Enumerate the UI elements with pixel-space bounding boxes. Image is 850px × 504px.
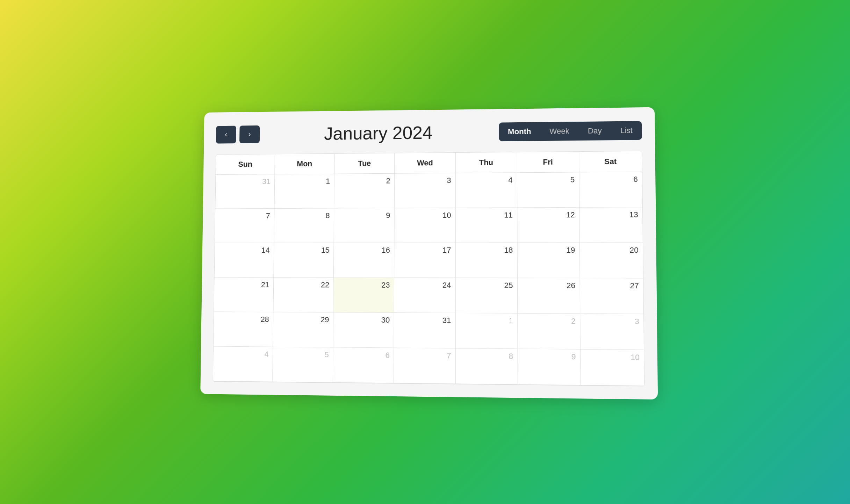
calendar-cell[interactable]: 3	[395, 173, 455, 208]
date-number: 18	[459, 245, 513, 254]
calendar-cell[interactable]: 24	[394, 278, 456, 313]
nav-buttons: ‹ ›	[216, 125, 260, 143]
date-number: 4	[459, 175, 513, 185]
date-number: 8	[459, 351, 513, 361]
date-number: 3	[397, 176, 451, 185]
date-number: 11	[459, 210, 513, 219]
date-number: 24	[397, 280, 451, 290]
calendar-cell[interactable]: 31	[215, 174, 275, 209]
calendar-cell[interactable]: 1	[275, 174, 335, 208]
calendar-cell[interactable]: 23	[333, 278, 394, 313]
view-btn-day[interactable]: Day	[578, 121, 611, 141]
date-number: 2	[520, 316, 576, 325]
calendar-cell[interactable]: 7	[215, 208, 275, 243]
date-number: 28	[217, 315, 269, 324]
date-number: 10	[583, 352, 640, 362]
date-number: 7	[218, 211, 270, 220]
date-number: 26	[520, 281, 576, 290]
date-number: 3	[583, 316, 639, 326]
calendar-cell[interactable]: 21	[214, 277, 274, 312]
calendar-cell[interactable]: 9	[334, 208, 395, 243]
calendar-cell[interactable]: 31	[394, 313, 456, 348]
date-number: 13	[582, 210, 638, 219]
calendar-cell[interactable]: 14	[215, 243, 274, 278]
day-headers: SunMonTueWedThuFriSat	[216, 151, 642, 174]
calendar-cell[interactable]: 12	[517, 207, 580, 243]
date-number: 31	[397, 316, 451, 325]
date-number: 15	[277, 246, 330, 255]
calendar-cell[interactable]: 2	[518, 313, 581, 349]
date-number: 9	[520, 352, 576, 361]
date-number: 25	[459, 281, 513, 290]
month-title: January 2024	[260, 121, 499, 144]
date-number: 16	[337, 246, 390, 255]
next-button[interactable]: ›	[239, 125, 260, 143]
calendar-cell[interactable]: 11	[456, 208, 518, 243]
date-number: 21	[217, 280, 269, 289]
day-header-wed: Wed	[395, 153, 456, 173]
calendar-cell[interactable]: 13	[579, 207, 643, 243]
calendar-cell[interactable]: 9	[518, 349, 581, 385]
date-number: 14	[217, 246, 270, 255]
calendar-cell[interactable]: 16	[334, 243, 395, 278]
date-number: 4	[216, 349, 268, 359]
view-btn-month[interactable]: Month	[499, 122, 540, 141]
calendar-cell[interactable]: 30	[333, 312, 394, 348]
date-number: 5	[520, 175, 575, 185]
calendar-cell[interactable]: 4	[456, 173, 517, 208]
date-number: 23	[337, 280, 390, 289]
calendar-cell[interactable]: 18	[456, 243, 518, 278]
calendar-cell[interactable]: 3	[580, 314, 644, 350]
date-number: 9	[337, 211, 390, 220]
calendar-cell[interactable]: 27	[580, 278, 643, 314]
date-number: 31	[218, 177, 271, 186]
calendar-cell[interactable]: 25	[456, 278, 518, 314]
date-number: 1	[278, 177, 330, 186]
calendar-cell[interactable]: 1	[456, 313, 518, 348]
calendar-cell[interactable]: 26	[518, 278, 580, 314]
calendar-cell[interactable]: 10	[395, 208, 456, 243]
date-number: 6	[582, 175, 638, 184]
date-number: 27	[583, 281, 639, 290]
day-header-mon: Mon	[275, 153, 335, 174]
day-header-sun: Sun	[216, 154, 275, 174]
prev-button[interactable]: ‹	[216, 125, 236, 143]
calendar-cell[interactable]: 4	[213, 346, 273, 382]
view-btn-week[interactable]: Week	[540, 122, 579, 141]
calendar-grid: SunMonTueWedThuFriSat 311234567891011121…	[213, 151, 645, 386]
calendar-cell[interactable]: 29	[273, 312, 333, 347]
date-number: 12	[520, 210, 575, 219]
day-header-thu: Thu	[456, 152, 517, 173]
calendar-cell[interactable]: 2	[334, 173, 395, 208]
calendar-cell[interactable]: 6	[579, 172, 642, 208]
date-number: 10	[397, 211, 451, 220]
date-number: 22	[276, 280, 329, 289]
calendar-cell[interactable]: 22	[273, 278, 334, 312]
date-number: 30	[336, 315, 390, 325]
calendar-cell[interactable]: 15	[274, 243, 334, 278]
day-header-fri: Fri	[517, 152, 579, 172]
calendar-cell[interactable]: 28	[214, 312, 274, 347]
day-header-sat: Sat	[579, 151, 642, 172]
calendar-cell[interactable]: 6	[333, 347, 394, 383]
calendar-container: ‹ › January 2024 MonthWeekDayList SunMon…	[200, 107, 658, 399]
date-number: 7	[397, 351, 451, 360]
calendar-cell[interactable]: 20	[580, 243, 643, 278]
calendar-cell[interactable]: 8	[456, 348, 518, 384]
calendar-cell[interactable]: 5	[273, 347, 333, 382]
calendar-cell[interactable]: 5	[517, 172, 579, 208]
calendar-cell[interactable]: 17	[395, 243, 456, 278]
calendar-cell[interactable]: 7	[394, 348, 455, 384]
view-buttons: MonthWeekDayList	[499, 121, 642, 141]
date-number: 29	[276, 315, 329, 324]
calendar-cell[interactable]: 8	[274, 208, 334, 243]
calendar-cell[interactable]: 10	[581, 349, 644, 386]
date-number: 6	[336, 350, 389, 360]
calendar-cell[interactable]: 19	[517, 243, 580, 278]
view-btn-list[interactable]: List	[611, 121, 642, 140]
date-number: 1	[459, 316, 513, 325]
date-number: 19	[520, 245, 575, 254]
date-number: 17	[397, 245, 451, 254]
date-number: 8	[277, 211, 330, 220]
calendar-body: 3112345678910111213141516171819202122232…	[213, 172, 644, 386]
